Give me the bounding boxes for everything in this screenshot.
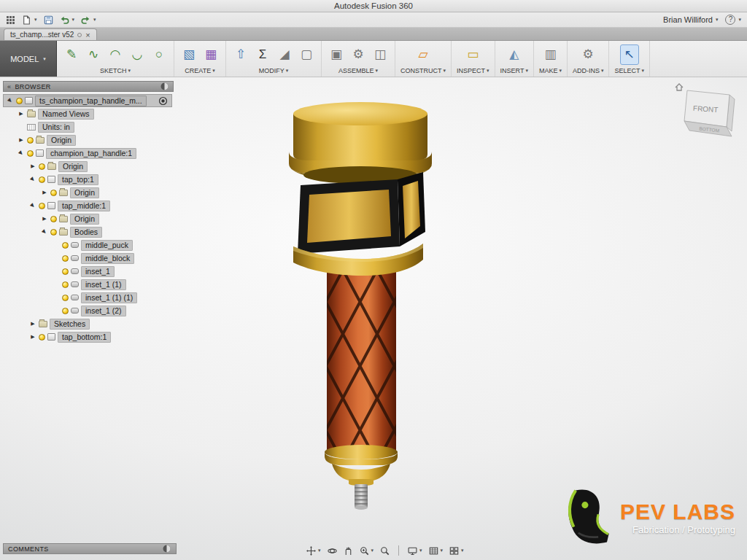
expand-arrow-icon[interactable] — [29, 163, 36, 169]
spline-icon[interactable]: ∿ — [84, 44, 103, 65]
zoom-window-icon[interactable]: ▾ — [360, 546, 374, 556]
tree-item-units-in[interactable]: Units: in — [3, 120, 174, 133]
visibility-bulb-icon[interactable] — [39, 203, 45, 209]
save-icon[interactable] — [44, 15, 53, 25]
browser-header[interactable]: « BROWSER — [3, 81, 174, 92]
tree-item-tap-top-1[interactable]: tap_top:1 — [3, 173, 174, 186]
app-grid-icon[interactable] — [6, 15, 15, 25]
tree-item-ts-champion-tap-handle-m[interactable]: ts_champion_tap_handle_m... — [3, 94, 172, 107]
collapse-panel-icon[interactable]: « — [7, 83, 11, 90]
comments-bar[interactable]: COMMENTS — [3, 543, 177, 554]
expand-arrow-icon[interactable] — [41, 229, 48, 235]
browser-toggle-icon[interactable] — [160, 82, 169, 91]
tree-item-sketches[interactable]: Sketches — [3, 317, 174, 330]
redo-icon[interactable]: ▾ — [81, 15, 96, 25]
fillet-icon[interactable]: ◢ — [275, 44, 294, 65]
document-tab[interactable]: ts_champ...ster v52 × — [4, 28, 97, 40]
activate-radio-icon[interactable] — [158, 96, 168, 107]
expand-arrow-icon[interactable] — [7, 98, 14, 104]
visibility-bulb-icon[interactable] — [27, 150, 34, 157]
tab-close-icon[interactable]: × — [85, 31, 90, 39]
visibility-bulb-icon[interactable] — [39, 163, 45, 170]
circle-icon[interactable]: ○ — [150, 44, 169, 65]
expand-arrow-icon[interactable] — [18, 150, 25, 156]
insert-mesh-icon[interactable]: ◭ — [505, 44, 524, 65]
tree-item-tap-middle-1[interactable]: tap_middle:1 — [3, 199, 174, 212]
viewport-3d[interactable]: FRONT BOTTOM « BROWSER ts_champion_tap_h… — [0, 77, 747, 560]
comments-toggle-icon[interactable] — [162, 544, 171, 553]
visibility-bulb-icon[interactable] — [50, 190, 57, 196]
expand-arrow-icon[interactable] — [41, 190, 48, 195]
tree-item-origin[interactable]: Origin — [3, 186, 174, 199]
viewcube-home-icon[interactable] — [676, 84, 683, 90]
joint-icon[interactable]: ⚙ — [349, 44, 368, 65]
ribbon-group-label-sketch[interactable]: SKETCH▾ — [100, 66, 131, 77]
visibility-bulb-icon[interactable] — [62, 295, 69, 301]
tree-item-inset-1-1[interactable]: inset_1 (1) — [3, 278, 174, 291]
zoom-icon[interactable] — [380, 546, 390, 556]
visibility-bulb-icon[interactable] — [39, 176, 45, 183]
tree-item-inset-1-1-1[interactable]: inset_1 (1) (1) — [3, 291, 174, 304]
pan-icon[interactable]: ▾ — [306, 546, 321, 556]
scripts-addins-icon[interactable]: ⚙ — [578, 44, 597, 65]
workspace-switcher[interactable]: MODEL ▾ — [0, 41, 57, 77]
visibility-bulb-icon[interactable] — [62, 255, 69, 262]
visibility-bulb-icon[interactable] — [62, 281, 69, 288]
expand-arrow-icon[interactable] — [29, 321, 36, 327]
help-menu[interactable]: ? ▾ — [725, 15, 741, 25]
ribbon-group-label-make[interactable]: MAKE▾ — [539, 66, 562, 77]
ribbon-group-label-assemble[interactable]: ASSEMBLE▾ — [338, 66, 378, 77]
tree-item-origin[interactable]: Origin — [3, 133, 174, 147]
file-icon[interactable]: ▾ — [22, 15, 37, 25]
viewports-icon[interactable]: ▾ — [449, 546, 464, 556]
tree-item-origin[interactable]: Origin — [3, 160, 174, 173]
tree-item-named-views[interactable]: Named Views — [3, 107, 174, 120]
rigid-group-icon[interactable]: ◫ — [371, 44, 390, 65]
visibility-bulb-icon[interactable] — [62, 308, 69, 314]
construction-plane-icon[interactable]: ▱ — [414, 44, 433, 65]
ribbon-group-label-create[interactable]: CREATE▾ — [185, 66, 214, 77]
hand-icon[interactable] — [344, 546, 353, 556]
user-menu[interactable]: Brian Williford ▾ — [663, 15, 718, 24]
visibility-bulb-icon[interactable] — [62, 242, 69, 249]
display-settings-icon[interactable]: ▾ — [408, 546, 422, 556]
tree-item-bodies[interactable]: Bodies — [3, 225, 174, 238]
tree-item-inset-1-2[interactable]: inset_1 (2) — [3, 304, 174, 317]
ribbon-group-label-insert[interactable]: INSERT▾ — [500, 66, 528, 77]
tree-item-middle-block[interactable]: middle_block — [3, 252, 174, 265]
tree-item-origin[interactable]: Origin — [3, 212, 174, 225]
two-point-arc-icon[interactable]: ◡ — [128, 44, 147, 65]
ribbon-group-label-add-ins[interactable]: ADD-INS▾ — [573, 66, 604, 77]
create-sketch-icon[interactable]: ✎ — [62, 44, 81, 65]
visibility-bulb-icon[interactable] — [16, 98, 23, 104]
press-pull-icon[interactable]: ⇧ — [231, 44, 250, 65]
expand-arrow-icon[interactable] — [41, 216, 48, 222]
tree-item-tap-bottom-1[interactable]: tap_bottom:1 — [3, 330, 174, 343]
expand-arrow-icon[interactable] — [18, 111, 25, 117]
expand-arrow-icon[interactable] — [29, 334, 36, 340]
grid-display-icon[interactable]: ▾ — [429, 546, 444, 556]
tree-item-champion-tap-handle-1[interactable]: champion_tap_handle:1 — [3, 147, 174, 160]
tree-item-middle-puck[interactable]: middle_puck — [3, 238, 174, 252]
expand-arrow-icon[interactable] — [29, 176, 36, 182]
ribbon-group-label-modify[interactable]: MODIFY▾ — [259, 66, 289, 77]
coil-icon[interactable]: ▦ — [201, 44, 220, 65]
shell-icon[interactable]: ▢ — [297, 44, 316, 65]
expand-arrow-icon[interactable] — [18, 137, 25, 143]
visibility-bulb-icon[interactable] — [39, 334, 45, 341]
orbit-icon[interactable] — [328, 546, 337, 556]
arc-icon[interactable]: ◠ — [106, 44, 125, 65]
new-component-icon[interactable]: ▣ — [327, 44, 346, 65]
undo-icon[interactable]: ▾ — [60, 15, 75, 25]
visibility-bulb-icon[interactable] — [62, 268, 69, 275]
visibility-bulb-icon[interactable] — [27, 137, 34, 144]
create-form-icon[interactable]: ▧ — [179, 44, 198, 65]
select-icon[interactable]: ↖ — [620, 44, 639, 65]
visibility-bulb-icon[interactable] — [50, 216, 57, 222]
expand-arrow-icon[interactable] — [29, 203, 36, 209]
ribbon-group-label-select[interactable]: SELECT▾ — [614, 66, 644, 77]
ribbon-group-label-construct[interactable]: CONSTRUCT▾ — [400, 66, 446, 77]
make-print-icon[interactable]: ▥ — [541, 44, 560, 65]
tree-item-inset-1[interactable]: inset_1 — [3, 265, 174, 278]
viewcube[interactable]: FRONT BOTTOM — [673, 79, 740, 146]
